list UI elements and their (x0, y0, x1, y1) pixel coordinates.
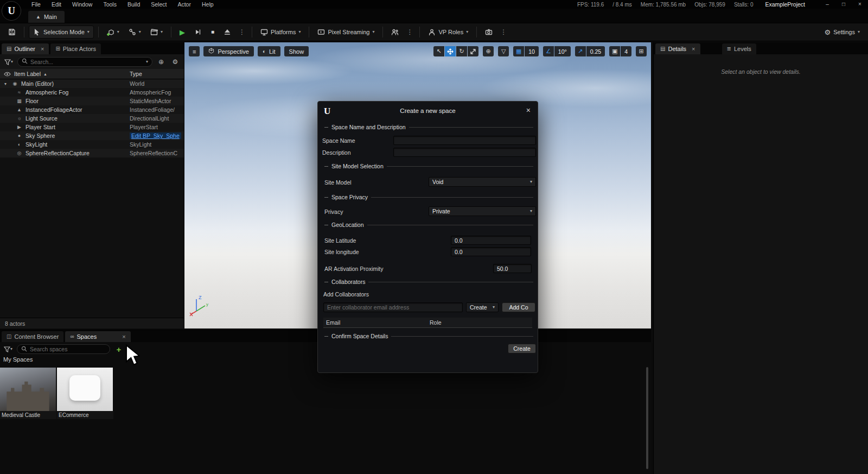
eye-icon[interactable] (0, 71, 14, 78)
stop-button[interactable]: ■ (207, 26, 218, 39)
lit-dropdown[interactable]: ◐ Lit (258, 46, 280, 56)
tab-spaces[interactable]: ∞ Spaces × (65, 331, 130, 342)
edit-blueprint-link[interactable]: Edit BP_Sky_Sphe (130, 132, 181, 139)
latitude-input[interactable] (451, 236, 531, 245)
tab-details[interactable]: ▤ Details × (655, 43, 700, 54)
outliner-search-box[interactable]: ▾ (17, 57, 152, 67)
select-tool-button[interactable]: ↖ (433, 46, 444, 56)
quad-view-button[interactable]: ⊞ (636, 46, 647, 56)
collaborator-email-input[interactable] (323, 302, 463, 312)
show-dropdown[interactable]: Show (284, 46, 309, 56)
collaborators-button[interactable] (387, 26, 403, 39)
longitude-input[interactable] (451, 247, 531, 256)
eject-button[interactable] (220, 26, 235, 39)
camera-speed-icon[interactable]: ▣ (609, 46, 620, 56)
menu-actor[interactable]: Actor (172, 0, 196, 9)
outliner-search-input[interactable] (30, 59, 143, 65)
create-space-button[interactable]: Create (508, 344, 536, 353)
tab-content-browser[interactable]: ◫ Content Browser (2, 331, 63, 342)
vertical-scrollbar[interactable] (646, 367, 648, 469)
dialog-close-button[interactable]: × (526, 106, 531, 114)
table-row[interactable]: ● Sky Sphere Edit BP_Sky_Sphe (0, 131, 184, 140)
collaborator-role-dropdown[interactable]: Create ▾ (466, 302, 499, 312)
space-thumbnail[interactable] (57, 368, 113, 411)
add-space-button[interactable]: + (113, 344, 124, 355)
space-card-medieval-castle[interactable]: Medieval Castle (0, 368, 56, 419)
grid-snap-icon[interactable]: ▦ (513, 46, 524, 56)
outliner-settings-button[interactable]: ⚙ (170, 56, 181, 67)
close-icon[interactable]: × (41, 46, 44, 52)
svg-text:y: y (206, 302, 208, 307)
tab-place-actors[interactable]: ⊞ Place Actors (50, 43, 101, 54)
table-row[interactable]: ▾ ◉ Main (Editor) World (0, 79, 184, 88)
site-model-dropdown[interactable]: Void ▾ (429, 177, 536, 187)
move-tool-button[interactable] (445, 46, 456, 56)
world-space-toggle[interactable]: ⊕ (483, 46, 494, 56)
spaces-search-input[interactable] (30, 346, 106, 352)
play-options-kebab-icon[interactable]: ⋮ (237, 28, 247, 36)
space-thumbnail[interactable] (0, 368, 56, 411)
scale-snap-icon[interactable]: ↗ (575, 46, 586, 56)
pixel-streaming-dropdown[interactable]: Pixel Streaming ▾ (314, 26, 378, 39)
vp-roles-dropdown[interactable]: VP Roles ▾ (424, 26, 472, 39)
table-row[interactable]: ▶ Player Start PlayerStart (0, 123, 184, 131)
column-type[interactable]: Type (130, 71, 184, 77)
settings-dropdown[interactable]: ⚙ Settings ▾ (821, 26, 864, 39)
space-name-input[interactable] (393, 136, 536, 145)
tab-levels[interactable]: ≣ Levels (722, 43, 756, 54)
table-row[interactable]: ▲ InstancedFoliageActor InstancedFoliage… (0, 105, 184, 114)
collaborators-kebab-icon[interactable]: ⋮ (404, 28, 415, 36)
perspective-dropdown[interactable]: Perspective (203, 46, 253, 56)
camera-speed-value[interactable]: 4 (621, 46, 631, 56)
minimize-button[interactable]: – (819, 0, 835, 9)
menu-window[interactable]: Window (67, 0, 98, 9)
close-icon[interactable]: × (692, 46, 695, 52)
rotation-snap-value[interactable]: 10° (554, 46, 571, 56)
privacy-dropdown[interactable]: Private ▾ (429, 206, 536, 216)
surface-snap-toggle[interactable]: ▽ (498, 46, 509, 56)
menu-file[interactable]: File (26, 0, 46, 9)
expand-caret-icon[interactable]: ▾ (4, 81, 11, 86)
menu-build[interactable]: Build (122, 0, 145, 9)
blueprints-dropdown[interactable]: ▾ (125, 26, 145, 39)
add-collaborator-button[interactable]: Add Co (502, 302, 535, 312)
description-input[interactable] (393, 148, 536, 157)
platforms-dropdown[interactable]: Platforms ▾ (257, 26, 304, 39)
capture-kebab-icon[interactable]: ⋮ (498, 28, 509, 36)
filter-button[interactable]: ▾ (3, 56, 14, 67)
menu-tools[interactable]: Tools (98, 0, 122, 9)
menu-edit[interactable]: Edit (46, 0, 67, 9)
menu-select[interactable]: Select (145, 0, 172, 9)
spaces-search-box[interactable] (17, 344, 110, 354)
table-row[interactable]: ≈ Atmospheric Fog AtmosphericFog (0, 88, 184, 97)
maximize-button[interactable]: □ (835, 0, 852, 9)
capture-button[interactable] (481, 26, 496, 39)
close-window-button[interactable]: × (852, 0, 868, 9)
grid-snap-value[interactable]: 10 (525, 46, 539, 56)
save-button[interactable] (4, 26, 20, 39)
table-row[interactable]: ◐ SkyLight SkyLight (0, 140, 184, 149)
column-item-label[interactable]: Item Label ▲ (14, 71, 130, 77)
add-filter-button[interactable]: ⊕ (156, 56, 167, 67)
table-row[interactable]: ◎ SphereReflectionCapture SphereReflecti… (0, 149, 184, 157)
close-icon[interactable]: × (122, 334, 125, 340)
scale-tool-button[interactable] (468, 46, 478, 56)
mode-select-dropdown[interactable]: Selection Mode ▾ (29, 26, 94, 39)
menu-help[interactable]: Help (196, 0, 219, 9)
table-row[interactable]: ☼ Light Source DirectionalLight (0, 114, 184, 123)
ar-proximity-input[interactable] (493, 264, 532, 273)
rotate-tool-button[interactable]: ↻ (456, 46, 467, 56)
tab-main[interactable]: ▲ Main (28, 11, 65, 23)
scale-snap-value[interactable]: 0.25 (586, 46, 605, 56)
add-actor-dropdown[interactable]: ▾ (103, 26, 123, 39)
space-card-ecommerce[interactable]: ECommerce (57, 368, 113, 419)
play-button[interactable]: ▶ (176, 26, 189, 39)
tab-outliner[interactable]: ▤ Outliner × (2, 43, 49, 54)
cinematics-dropdown[interactable]: ▾ (146, 26, 167, 39)
frame-skip-button[interactable] (190, 26, 206, 39)
table-row[interactable]: ▦ Floor StaticMeshActor (0, 97, 184, 105)
rotation-snap-icon[interactable]: ∠ (543, 46, 554, 56)
unreal-logo-icon[interactable]: U (2, 1, 21, 21)
filter-button[interactable]: ▾ (3, 344, 14, 355)
viewport-options-button[interactable]: ≡ (189, 46, 200, 56)
